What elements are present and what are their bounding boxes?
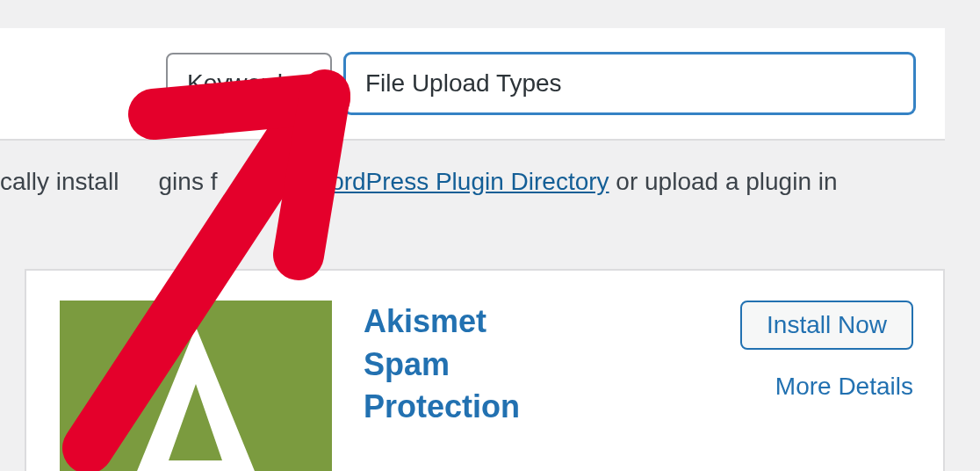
plugin-actions: Install Now More Details [740, 301, 913, 401]
search-type-select[interactable]: Keyword [166, 53, 332, 114]
install-instruction-text: cally install plugins from the WordPress… [0, 163, 945, 200]
plugin-search-bar: Keyword [0, 28, 945, 141]
plugin-icon-akismet [60, 301, 332, 471]
instruction-fragment: gins f [159, 168, 218, 195]
search-type-label: Keyword [187, 69, 283, 98]
more-details-link[interactable]: More Details [775, 373, 913, 401]
instruction-fragment: e [287, 168, 307, 195]
plugin-card: Akismet Spam Protection Install Now More… [25, 269, 945, 471]
plugin-search-input[interactable] [344, 53, 915, 114]
svg-rect-0 [60, 301, 332, 471]
plugin-name-link[interactable]: Akismet Spam Protection [364, 301, 574, 429]
install-now-button[interactable]: Install Now [740, 301, 913, 350]
chevron-down-icon [297, 74, 316, 93]
instruction-fragment: cally install [0, 168, 126, 195]
instruction-fragment: or upload a plugin in [609, 168, 838, 195]
plugin-directory-link[interactable]: WordPress Plugin Directory [307, 168, 609, 195]
